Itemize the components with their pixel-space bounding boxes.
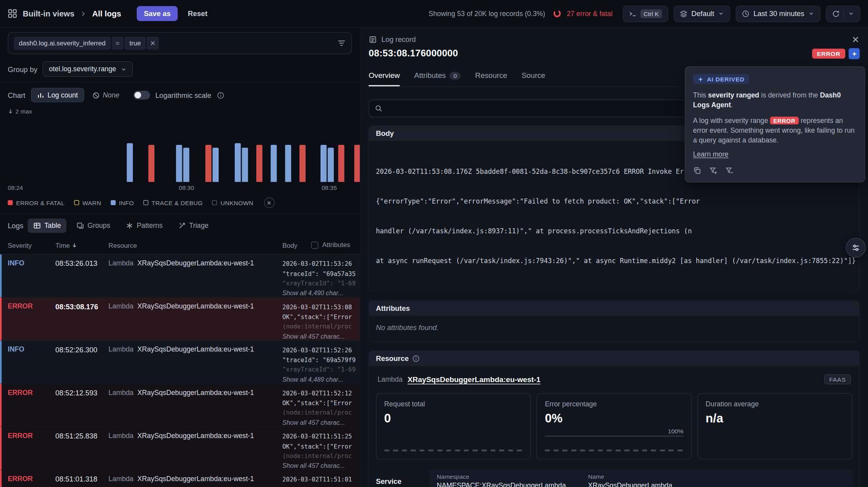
- resource-filter-fab[interactable]: [846, 238, 866, 258]
- legend-error-fatal[interactable]: ERROR & FATAL: [8, 199, 65, 206]
- info-icon[interactable]: [413, 355, 420, 362]
- legend-label: UNKNOWN: [221, 199, 254, 206]
- histogram-bar[interactable]: [183, 148, 190, 182]
- filter-lines-icon[interactable]: [337, 39, 346, 48]
- tab-attributes[interactable]: Attributes0: [414, 71, 461, 86]
- logs-label: Logs: [8, 222, 24, 230]
- tab-resource[interactable]: Resource: [475, 71, 507, 86]
- breadcrumb-page[interactable]: All logs: [92, 9, 121, 18]
- log-body-line: {"errorType":"Error","errorMessage":"Fai…: [376, 196, 852, 206]
- filter-include-button[interactable]: [709, 166, 718, 175]
- filter-remove-button[interactable]: [147, 36, 159, 50]
- attributes-checkbox[interactable]: [311, 242, 318, 249]
- col-time[interactable]: Time: [55, 242, 109, 249]
- histogram-bar[interactable]: [285, 145, 291, 182]
- tab-table[interactable]: Table: [28, 218, 67, 233]
- body-line: OK","stack":["Error: [282, 312, 360, 322]
- duration-average-card: Duration average n/a: [697, 393, 852, 460]
- save-as-button[interactable]: Save as: [137, 6, 178, 21]
- histogram-bar[interactable]: [235, 143, 241, 182]
- col-severity[interactable]: Severity: [8, 242, 55, 249]
- table-row[interactable]: ERROR 08:51:25.838 LambdaXRaySqsDebugger…: [0, 427, 360, 470]
- show-all-link[interactable]: Show all 457 charac...: [282, 461, 360, 469]
- copy-button[interactable]: [693, 166, 701, 175]
- legend-clear-button[interactable]: [264, 197, 274, 208]
- refresh-button[interactable]: [826, 5, 861, 22]
- resource-type: Lambda: [109, 303, 134, 310]
- tab-overview[interactable]: Overview: [369, 71, 400, 86]
- filter-bar[interactable]: dash0.log.ai.severity_inferred = true: [8, 32, 352, 54]
- histogram-bar[interactable]: [354, 145, 361, 182]
- histogram-bar[interactable]: [299, 145, 306, 182]
- tab-patterns[interactable]: Patterns: [120, 218, 168, 233]
- chevron-down-icon[interactable]: [848, 11, 854, 17]
- histogram-bar[interactable]: [328, 148, 334, 182]
- card-label: Error percentage: [545, 400, 683, 408]
- histogram-bar[interactable]: [176, 145, 182, 182]
- time-cell: 08:51:25.838: [55, 432, 109, 469]
- chart-metric-log-count[interactable]: Log count: [31, 88, 84, 103]
- learn-more-link[interactable]: Learn more: [693, 150, 728, 158]
- error-count-link[interactable]: 27 error & fatal: [567, 10, 612, 18]
- ai-derived-label-badge: AI DERIVED: [693, 74, 749, 84]
- ai-derived-badge[interactable]: [849, 48, 860, 59]
- reset-button[interactable]: Reset: [183, 6, 212, 21]
- histogram-bar[interactable]: [242, 148, 248, 182]
- show-all-link[interactable]: Show all 4,489 char...: [282, 375, 360, 383]
- resource-kv-table: Service Namespace NAMESPACE:XRaySqsDebug…: [376, 468, 852, 487]
- kv-key: Name: [588, 473, 672, 480]
- table-row[interactable]: ERROR 08:52:12.593 LambdaXRaySqsDebugger…: [0, 384, 360, 427]
- table-row[interactable]: INFO 08:52:26.300 LambdaXRaySqsDebuggerL…: [0, 341, 360, 384]
- resource-cell: LambdaXRaySqsDebuggerLambda:eu-west-1: [109, 475, 283, 487]
- chart-metric-none[interactable]: None: [86, 88, 125, 103]
- group-by-select[interactable]: otel.log.severity.range: [43, 61, 132, 77]
- command-palette-button[interactable]: Ctrl K: [622, 5, 668, 22]
- filter-operator-chip[interactable]: =: [112, 36, 123, 50]
- legend-trace-debug[interactable]: TRACE & DEBUG: [143, 199, 203, 206]
- show-all-link[interactable]: Show all 457 charac...: [282, 332, 360, 340]
- info-icon[interactable]: [217, 92, 224, 99]
- show-all-link[interactable]: Show all 457 charac...: [282, 418, 360, 426]
- card-value: 0%: [545, 411, 683, 426]
- resource-name: XRaySqsDebuggerLambda:eu-west-1: [138, 346, 254, 354]
- col-resource[interactable]: Resource: [109, 242, 283, 249]
- table-row[interactable]: ERROR 08:51:01.318 LambdaXRaySqsDebugger…: [0, 470, 360, 487]
- histogram-bar[interactable]: [205, 145, 212, 182]
- legend-warn[interactable]: WARN: [74, 199, 101, 206]
- table-row-selected[interactable]: ERROR 08:53:08.176 LambdaXRaySqsDebugger…: [0, 298, 360, 341]
- col-attributes[interactable]: Attributes: [311, 241, 350, 249]
- tab-triage[interactable]: Triage: [172, 218, 214, 233]
- views-grid-icon[interactable]: [8, 9, 17, 18]
- layout-select[interactable]: Default: [674, 5, 730, 22]
- breadcrumb-section[interactable]: Built-in views: [23, 9, 74, 18]
- filter-key-chip[interactable]: dash0.log.ai.severity_inferred: [14, 36, 111, 50]
- histogram-bar[interactable]: [149, 145, 155, 182]
- legend-unknown[interactable]: UNKNOWN: [212, 199, 253, 206]
- chart-metric-label: Log count: [47, 91, 78, 99]
- topbar: Built-in views All logs Save as Reset Sh…: [0, 0, 868, 28]
- body-line: 2026-03-02T11:53:26: [282, 260, 360, 269]
- group-by-value: otel.log.severity.range: [49, 65, 116, 73]
- layout-select-value: Default: [691, 9, 714, 18]
- histogram-bar[interactable]: [256, 145, 263, 182]
- log-timestamp: 08:53:08.176000000: [369, 48, 458, 59]
- arrow-down-icon: [8, 108, 13, 114]
- histogram-bar[interactable]: [212, 148, 219, 182]
- histogram-bar[interactable]: [321, 145, 327, 182]
- filter-value-chip[interactable]: true: [125, 36, 146, 50]
- close-button[interactable]: [852, 35, 860, 43]
- tab-groups[interactable]: Groups: [71, 218, 116, 233]
- request-total-card: Request total 0: [376, 393, 531, 460]
- tab-source[interactable]: Source: [522, 71, 545, 86]
- histogram-bar[interactable]: [271, 145, 277, 182]
- log-scale-toggle[interactable]: [133, 91, 150, 100]
- histogram-bar[interactable]: [338, 145, 344, 182]
- show-all-link[interactable]: Show all 4,490 char...: [282, 289, 360, 297]
- resource-link[interactable]: XRaySqsDebuggerLambda:eu-west-1: [408, 375, 540, 383]
- time-cell: 08:53:08.176: [55, 303, 109, 340]
- filter-exclude-button[interactable]: [725, 166, 734, 175]
- table-row[interactable]: INFO 08:53:26.013 LambdaXRaySqsDebuggerL…: [0, 254, 360, 298]
- histogram-bar[interactable]: [127, 143, 133, 182]
- legend-info[interactable]: INFO: [111, 199, 134, 206]
- time-range-select[interactable]: Last 30 minutes: [736, 5, 821, 22]
